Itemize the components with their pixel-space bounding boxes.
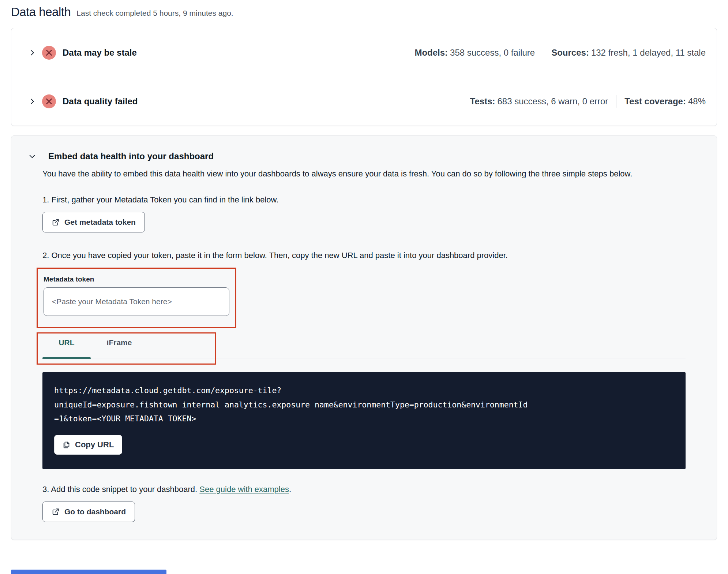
get-metadata-token-label: Get metadata token xyxy=(64,218,136,227)
tab-iframe[interactable]: iFrame xyxy=(95,338,143,347)
bottom-partial-blue-bar xyxy=(11,570,166,574)
metadata-token-label: Metadata token xyxy=(44,275,229,283)
page-title: Data health xyxy=(11,5,71,19)
chevron-right-icon[interactable] xyxy=(28,49,36,57)
external-link-icon xyxy=(52,508,60,516)
status-row-title: Data quality failed xyxy=(63,96,138,107)
embed-section: Embed data health into your dashboard Yo… xyxy=(11,135,717,540)
x-circle-icon xyxy=(42,46,56,60)
models-stat: Models:358 success, 0 failure xyxy=(414,48,535,58)
last-check-status: Last check completed 5 hours, 9 minutes … xyxy=(76,9,233,19)
see-guide-link[interactable]: See guide with examples xyxy=(199,485,289,494)
step-3-text: 3. Add this code snippet to your dashboa… xyxy=(42,485,686,494)
status-row-stats: Tests:683 success, 6 warn, 0 error Test … xyxy=(470,95,706,108)
metadata-token-input[interactable] xyxy=(44,287,229,316)
tests-stat: Tests:683 success, 6 warn, 0 error xyxy=(470,96,608,107)
embed-url-text: https://metadata.cloud.getdbt.com/exposu… xyxy=(54,384,530,426)
embed-section-header[interactable]: Embed data health into your dashboard xyxy=(11,151,717,161)
embed-description: You have the ability to embed this data … xyxy=(42,168,650,180)
status-row-data-quality[interactable]: Data quality failed Tests:683 success, 6… xyxy=(11,77,717,126)
tab-url[interactable]: URL xyxy=(42,338,91,347)
data-health-page: Data health Last check completed 5 hours… xyxy=(0,0,728,540)
tab-url-label: URL xyxy=(59,338,74,347)
test-coverage-stat: Test coverage:48% xyxy=(624,96,706,107)
chevron-right-icon[interactable] xyxy=(28,97,36,105)
active-tab-underline xyxy=(42,357,91,359)
stat-divider xyxy=(543,46,543,59)
embed-section-body: You have the ability to embed this data … xyxy=(42,168,686,522)
chevron-down-icon[interactable] xyxy=(28,152,36,160)
copy-url-label: Copy URL xyxy=(75,440,114,450)
go-to-dashboard-label: Go to dashboard xyxy=(64,507,126,516)
tab-iframe-label: iFrame xyxy=(107,338,132,347)
embed-url-code-block: https://metadata.cloud.getdbt.com/exposu… xyxy=(42,372,686,469)
copy-url-button[interactable]: Copy URL xyxy=(54,435,122,455)
embed-format-tabs: URL iFrame xyxy=(42,332,686,365)
step-3-prefix: 3. Add this code snippet to your dashboa… xyxy=(42,485,199,494)
stat-divider xyxy=(616,95,616,108)
status-card: Data may be stale Models:358 success, 0 … xyxy=(11,28,717,126)
status-row-title: Data may be stale xyxy=(63,48,137,58)
status-row-data-stale[interactable]: Data may be stale Models:358 success, 0 … xyxy=(11,28,717,77)
token-highlight-box: Metadata token xyxy=(37,268,236,328)
embed-section-title: Embed data health into your dashboard xyxy=(48,151,214,161)
page-header: Data health Last check completed 5 hours… xyxy=(11,5,717,19)
tabs-highlight-box xyxy=(37,332,216,365)
get-metadata-token-button[interactable]: Get metadata token xyxy=(42,212,145,232)
copy-icon xyxy=(63,441,71,449)
sources-stat: Sources:132 fresh, 1 delayed, 11 stale xyxy=(551,48,706,58)
step-3-suffix: . xyxy=(289,485,291,494)
step-1-text: 1. First, gather your Metadata Token you… xyxy=(42,195,686,205)
status-row-stats: Models:358 success, 0 failure Sources:13… xyxy=(414,46,706,59)
external-link-icon xyxy=(52,218,60,226)
go-to-dashboard-button[interactable]: Go to dashboard xyxy=(42,502,135,522)
step-2-text: 2. Once you have copied your token, past… xyxy=(42,251,686,260)
x-circle-icon xyxy=(42,94,56,108)
